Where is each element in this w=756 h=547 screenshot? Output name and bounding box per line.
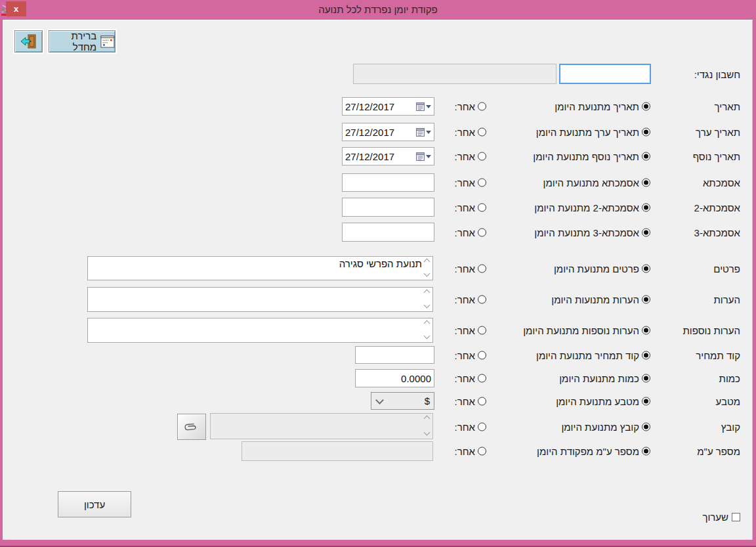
- details-other-radio[interactable]: אחר:: [455, 263, 486, 274]
- file-source-radio[interactable]: קובץ מתנועת היומן: [561, 421, 650, 432]
- revaluation-checkbox-row[interactable]: שערוך: [702, 512, 740, 523]
- reference-input[interactable]: [342, 173, 434, 192]
- value-date-row-label: תאריך ערך: [696, 127, 740, 138]
- title-bar[interactable]: פקודת יומן נפרדת לכל תנועה x: [0, 0, 756, 20]
- file-other-radio[interactable]: אחר:: [455, 421, 486, 432]
- exit-button[interactable]: [14, 30, 43, 53]
- radio-icon[interactable]: [478, 128, 486, 137]
- scroll-down-icon[interactable]: [424, 271, 430, 277]
- currency-select[interactable]: $: [371, 392, 434, 410]
- currency-source-radio[interactable]: מטבע מתנועת היומן: [556, 395, 650, 406]
- counter-account-input[interactable]: [559, 64, 651, 84]
- costing-code-input[interactable]: [355, 346, 434, 364]
- scroll-down-icon[interactable]: [424, 302, 430, 309]
- radio-icon[interactable]: [478, 326, 486, 335]
- scroll-up-icon[interactable]: [424, 416, 430, 422]
- reference2-input[interactable]: [342, 198, 434, 217]
- quantity-input[interactable]: 0.0000: [355, 369, 434, 387]
- value-date-picker[interactable]: 27/12/2017: [342, 123, 434, 141]
- costing-code-other-radio[interactable]: אחר:: [455, 349, 486, 361]
- row-value-date: תאריך ערך תאריך ערך מתנועת היומן אחר: 27…: [0, 123, 756, 141]
- combo-arrow-icon[interactable]: [375, 396, 384, 405]
- quantity-row-label: כמות: [719, 373, 740, 384]
- radio-icon[interactable]: [478, 374, 486, 383]
- radio-icon[interactable]: [478, 152, 486, 161]
- form-icon: [100, 35, 115, 49]
- details-textarea[interactable]: תנועת הפרשי סגירה: [87, 256, 433, 280]
- notes-source-radio[interactable]: הערות מתנועות היומן: [551, 294, 650, 305]
- row-vat-number: מספר ע"מ מספר ע"מ מפקודת היומן אחר:: [0, 441, 756, 461]
- checkbox-icon[interactable]: [732, 513, 740, 521]
- dropdown-arrow-icon[interactable]: [426, 155, 431, 158]
- scroll-up-icon[interactable]: [424, 290, 430, 296]
- radio-selected-icon[interactable]: [642, 351, 650, 359]
- radio-icon[interactable]: [478, 447, 486, 456]
- dropdown-arrow-icon[interactable]: [426, 105, 431, 108]
- radio-selected-icon[interactable]: [642, 102, 650, 111]
- vat-number-other-radio[interactable]: אחר:: [455, 446, 486, 457]
- attach-file-button[interactable]: [177, 414, 206, 440]
- row-notes: הערות הערות מתנועות היומן אחר:: [0, 287, 756, 312]
- radio-selected-icon[interactable]: [642, 422, 650, 431]
- extra-date-other-radio[interactable]: אחר:: [455, 151, 486, 162]
- extra-date-picker[interactable]: 27/12/2017: [342, 147, 434, 165]
- notes-textarea[interactable]: [87, 287, 433, 312]
- scroll-up-icon[interactable]: [424, 259, 430, 265]
- radio-icon[interactable]: [478, 351, 486, 359]
- radio-icon[interactable]: [478, 295, 486, 304]
- radio-icon[interactable]: [478, 179, 486, 187]
- default-button[interactable]: ברירת מחדל: [49, 30, 116, 53]
- radio-selected-icon[interactable]: [642, 203, 650, 211]
- value-date-other-radio[interactable]: אחר:: [455, 127, 486, 138]
- reference3-input[interactable]: [342, 223, 434, 242]
- reference-source-radio[interactable]: אסמכתא מתנועת היומן: [543, 177, 650, 188]
- value-date-source-radio[interactable]: תאריך ערך מתנועת היומן: [536, 127, 650, 138]
- reference3-source-radio[interactable]: אסמכתא-3 מתנועת היומן: [534, 227, 650, 238]
- vat-number-display: [242, 441, 433, 461]
- radio-selected-icon[interactable]: [642, 179, 650, 187]
- reference2-other-radio[interactable]: אחר:: [455, 202, 486, 213]
- radio-icon[interactable]: [478, 422, 486, 431]
- notes-other-radio[interactable]: אחר:: [455, 294, 486, 305]
- radio-selected-icon[interactable]: [642, 128, 650, 137]
- radio-selected-icon[interactable]: [642, 397, 650, 405]
- radio-selected-icon[interactable]: [642, 295, 650, 304]
- date-source-radio[interactable]: תאריך מתנועת היומן: [555, 101, 650, 112]
- scroll-down-icon[interactable]: [424, 429, 430, 436]
- scroll-down-icon[interactable]: [424, 333, 430, 339]
- vat-number-source-radio[interactable]: מספר ע"מ מפקודת היומן: [537, 446, 650, 457]
- update-button[interactable]: עדכון: [58, 491, 131, 517]
- calendar-icon[interactable]: [416, 152, 425, 161]
- radio-selected-icon[interactable]: [642, 447, 650, 456]
- date-picker[interactable]: 27/12/2017: [342, 97, 434, 116]
- radio-icon[interactable]: [478, 102, 486, 111]
- close-button[interactable]: x: [6, 1, 26, 16]
- extra-notes-other-radio[interactable]: אחר:: [455, 325, 486, 336]
- radio-selected-icon[interactable]: [642, 264, 650, 273]
- radio-selected-icon[interactable]: [642, 228, 650, 236]
- extra-notes-source-radio[interactable]: הערות נוספות מתנועת היומן: [523, 325, 650, 336]
- radio-icon[interactable]: [478, 228, 486, 236]
- reference-other-radio[interactable]: אחר:: [455, 177, 486, 188]
- costing-code-source-radio[interactable]: קוד תמחיר מתנועת היומן: [536, 349, 650, 361]
- details-source-radio[interactable]: פרטים מתנועת היומן: [554, 263, 650, 274]
- radio-icon[interactable]: [478, 397, 486, 405]
- radio-selected-icon[interactable]: [642, 326, 650, 335]
- radio-selected-icon[interactable]: [642, 374, 650, 383]
- calendar-icon[interactable]: [416, 102, 425, 111]
- calendar-icon[interactable]: [416, 128, 425, 137]
- scroll-up-icon[interactable]: [424, 320, 430, 327]
- reference3-other-radio[interactable]: אחר:: [455, 227, 486, 238]
- radio-icon[interactable]: [478, 203, 486, 211]
- notes-row-label: הערות: [713, 294, 740, 305]
- reference2-source-radio[interactable]: אסמכתא-2 מתנועת היומן: [534, 202, 650, 213]
- extra-notes-textarea[interactable]: [87, 318, 433, 343]
- quantity-source-radio[interactable]: כמות מתנועת היומן: [559, 373, 650, 384]
- date-other-radio[interactable]: אחר:: [455, 101, 486, 112]
- extra-date-source-radio[interactable]: תאריך נוסף מתנועת היומן: [533, 151, 650, 162]
- currency-other-radio[interactable]: אחר:: [455, 395, 486, 406]
- dropdown-arrow-icon[interactable]: [426, 131, 431, 134]
- quantity-other-radio[interactable]: אחר:: [455, 373, 486, 384]
- radio-icon[interactable]: [478, 264, 486, 273]
- radio-selected-icon[interactable]: [642, 152, 650, 161]
